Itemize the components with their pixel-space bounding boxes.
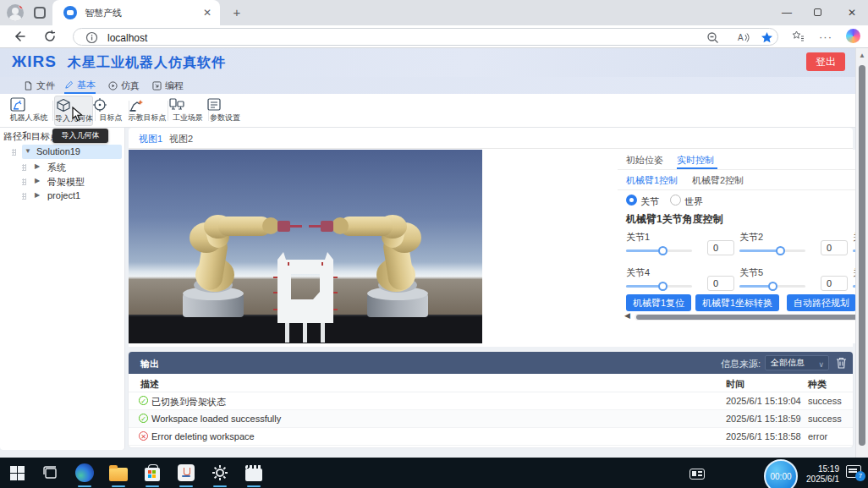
task-view-icon (42, 465, 59, 480)
taskbar-store[interactable] (142, 463, 162, 483)
tab-realtime-control[interactable]: 实时控制 (677, 154, 714, 167)
success-icon: ✓ (139, 396, 148, 405)
tab-close-icon[interactable]: ✕ (201, 7, 213, 19)
taskbar-java-app[interactable] (176, 463, 196, 483)
3d-viewport[interactable] (129, 150, 482, 343)
favorite-star-icon[interactable] (761, 31, 773, 44)
auto-path-planning-button[interactable]: 自动路径规划 (787, 294, 856, 311)
caret-down-icon[interactable]: ▼ (25, 147, 31, 155)
edge-icon (75, 463, 94, 482)
taskbar-file-explorer[interactable] (108, 463, 129, 483)
toolbar-parameter-settings[interactable]: 参数设置 (206, 96, 244, 126)
taskbar-movies[interactable] (244, 463, 264, 483)
sidebar-tree: 路径和目标点 ▼ Solution19 ▶ 系统 ▶ 骨架模型 ▶ projec… (0, 128, 125, 450)
joint4-slider[interactable] (626, 285, 692, 288)
output-row[interactable]: ✓ Workspace loaded successfully 2025/6/1… (129, 410, 853, 428)
tree-item-solution[interactable]: ▼ Solution19 (0, 145, 125, 159)
task-view-button[interactable] (41, 463, 61, 483)
viewport-tab-bar: 视图1 视图2 (129, 128, 853, 149)
tree-item-skeleton-model[interactable]: ▶ 骨架模型 (0, 174, 125, 189)
tab-arm1-control[interactable]: 机械臂1控制 (626, 174, 678, 187)
svg-text:A: A (738, 33, 744, 42)
joint4-input[interactable] (707, 276, 734, 291)
caret-right-icon[interactable]: ▶ (35, 162, 40, 170)
tree-header: 路径和目标点 (3, 130, 59, 143)
caret-right-icon[interactable]: ▶ (35, 191, 40, 199)
joint2-slider[interactable] (739, 249, 805, 252)
toolbar-robot-system[interactable]: 机器人系统 (9, 96, 48, 126)
joint2-group: 关节2 (739, 231, 805, 252)
hscroll-thumb[interactable] (636, 315, 868, 320)
new-tab-button[interactable]: + (230, 6, 244, 19)
slider-thumb[interactable] (768, 282, 777, 291)
site-info-icon[interactable] (85, 31, 98, 44)
horizontal-scrollbar[interactable] (635, 314, 868, 321)
copilot-icon[interactable] (846, 29, 860, 43)
radio-world[interactable] (670, 195, 681, 206)
radio-joint[interactable] (626, 195, 637, 206)
browser-profile-icon[interactable] (7, 4, 24, 21)
toolbar-target-point[interactable]: 目标点 (91, 96, 130, 126)
arm1-coordinate-convert-button[interactable]: 机械臂1坐标转换 (695, 294, 779, 311)
recorder-timer-overlay[interactable]: 00:00 (764, 459, 798, 488)
scroll-up-icon[interactable]: ▲ (859, 52, 865, 59)
output-row[interactable]: ✕ Error deleting workspace 2025/6/1 15:1… (129, 428, 853, 446)
slider-thumb[interactable] (658, 282, 667, 291)
slider-thumb[interactable] (658, 246, 667, 255)
tray-widgets[interactable] (687, 463, 707, 483)
window-minimize-button[interactable]: — (780, 6, 794, 19)
address-bar[interactable]: localhost A (73, 28, 778, 46)
tree-item-system[interactable]: ▶ 系统 (0, 160, 125, 174)
slider-thumb[interactable] (776, 246, 785, 255)
browser-menu-icon[interactable]: ··· (819, 30, 832, 43)
windows-logo-icon (10, 466, 25, 480)
output-row[interactable]: ✓ 已切换到骨架状态 2025/6/1 15:19:04 success (129, 392, 853, 410)
tab-simulation[interactable]: 仿真 (108, 77, 140, 94)
start-button[interactable] (7, 463, 27, 483)
tab-file[interactable]: 文件 (24, 77, 55, 94)
zoom-out-icon[interactable] (706, 31, 719, 44)
app-header: ЖIRS 木星工业机器人仿真软件 登出 (0, 48, 855, 77)
joint5-input[interactable] (821, 276, 848, 291)
tab-basic[interactable]: 基本 (64, 77, 96, 94)
chevron-down-icon: ∨ (818, 358, 824, 371)
arm1-reset-button[interactable]: 机械臂1复位 (626, 294, 691, 311)
toolbar-teach-target[interactable]: 示教目标点 (128, 96, 167, 126)
drag-handle-icon[interactable] (22, 178, 26, 185)
window-close-button[interactable]: ✕ (845, 6, 859, 19)
taskbar-edge[interactable] (74, 463, 95, 483)
page-scrollbar[interactable]: ▲ (855, 48, 868, 458)
back-icon[interactable] (12, 29, 27, 44)
url-text: localhost (107, 32, 147, 44)
collections-icon[interactable] (792, 30, 805, 42)
workspaces-icon[interactable] (34, 7, 46, 19)
drag-handle-icon[interactable] (22, 164, 26, 171)
hscroll-left-icon[interactable]: ◀ (624, 311, 630, 320)
window-restore-button[interactable] (814, 8, 821, 16)
source-select[interactable]: 全部信息 ∨ (765, 355, 829, 370)
notification-center-icon[interactable]: 7 (846, 465, 861, 478)
joint2-input[interactable] (821, 240, 848, 255)
drag-handle-icon[interactable] (12, 149, 16, 156)
taskbar-clock[interactable]: 15:19 2025/6/1 (794, 464, 839, 485)
teach-target-robot-icon (128, 97, 145, 112)
clear-output-trash-icon[interactable] (836, 357, 847, 369)
joint1-input[interactable] (707, 240, 734, 255)
drag-handle-icon[interactable] (22, 193, 26, 200)
joint5-slider[interactable] (739, 285, 805, 288)
tab-view2[interactable]: 视图2 (169, 133, 193, 145)
reload-icon[interactable] (42, 29, 58, 44)
tree-item-project1[interactable]: ▶ project1 (0, 189, 125, 203)
toolbar-industrial-scene[interactable]: 工业场景 (168, 96, 207, 126)
tab-initial-pose[interactable]: 初始位姿 (626, 154, 663, 167)
logout-button[interactable]: 登出 (806, 52, 845, 71)
browser-tab[interactable]: 智慧产线 ✕ (52, 0, 220, 25)
page-scroll-thumb[interactable] (859, 65, 865, 446)
joint1-slider[interactable] (626, 249, 692, 252)
caret-right-icon[interactable]: ▶ (35, 177, 40, 184)
tab-arm2-control[interactable]: 机械臂2控制 (692, 174, 744, 187)
tab-view1[interactable]: 视图1 (139, 133, 162, 145)
tab-programming[interactable]: 编程 (152, 77, 184, 94)
taskbar-settings[interactable] (210, 463, 230, 483)
read-aloud-icon[interactable]: A (737, 31, 750, 44)
